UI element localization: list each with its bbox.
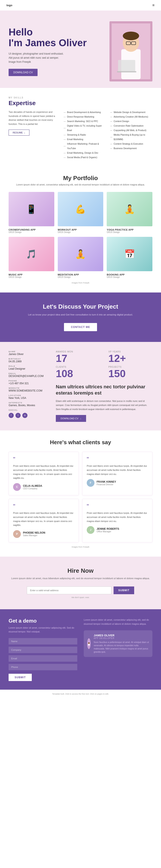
- demo-company-input[interactable]: [8, 647, 77, 653]
- number-value: 108: [56, 368, 100, 379]
- resume-button[interactable]: RESUME ↓: [8, 130, 29, 135]
- client-avatar: P: [13, 530, 21, 538]
- skill-item: Direct Response Marketing: [64, 115, 106, 119]
- stat-field: EMAIL DESIGNER@EXAMPLE.COM: [8, 372, 50, 378]
- social-icon-f[interactable]: f: [8, 413, 14, 418]
- client-testimonial-text: Proin sed libero enim sed faucibus turpi…: [87, 511, 148, 523]
- demo-form-panel: Get a demo Lorem ipsum dolor sit amet, c…: [8, 618, 77, 681]
- portfolio-thumb: 🧘: [107, 192, 153, 226]
- portfolio-item[interactable]: 📅 BOOKING APP UI/UX Design: [107, 237, 153, 278]
- contact-button[interactable]: CONTACT ME: [64, 323, 97, 331]
- demo-card-name: JAMES OLIVER: [94, 634, 149, 637]
- skill-item: Advertising Creative (All Mediums): [110, 115, 153, 119]
- demo-form: [8, 638, 77, 670]
- download-arrow-icon: ↓: [80, 417, 82, 420]
- stat-number-item: XP YEARS 12+: [108, 350, 153, 364]
- client-role: Financial Director: [97, 483, 116, 486]
- skill-item: Email Marketing, Design & Dev: [64, 151, 106, 155]
- hire-title: Hire Now: [8, 567, 153, 574]
- skill-item: Content Strategy & Execution: [110, 142, 153, 146]
- footer: Template built. Click to access the free…: [0, 690, 161, 698]
- stats-body: Etiam eliit velit scelerisque in dictum …: [56, 399, 153, 411]
- stats-download-button[interactable]: DOWNLOAD CV ↓: [56, 415, 86, 422]
- demo-card-text: Nunc faucibus a pellentesque sit amet. A…: [94, 641, 149, 653]
- portfolio-item-category: UI/UX Design: [8, 276, 54, 278]
- demo-phone-input[interactable]: [8, 664, 77, 670]
- demo-section: Get a demo Lorem ipsum dolor sit amet, c…: [0, 609, 161, 689]
- skills-description: Two decades of hands-on experience and h…: [8, 110, 59, 126]
- clients-title: Here's what clients say: [8, 439, 153, 446]
- portfolio-item-category: UI/UX Design: [58, 276, 103, 278]
- client-avatar: C: [13, 483, 21, 491]
- stat-field: PHONE +1/3 487 054 321: [8, 380, 50, 385]
- demo-right-text: Lorem ipsum dolor sit amet, consectetur …: [84, 618, 153, 626]
- numbers-grid: AWARDS WON 17XP YEARS 12+CLIENTS 108PROJ…: [56, 350, 153, 380]
- skill-item: Business Development: [110, 146, 153, 151]
- discuss-title: Let's Discuss Your Project: [8, 303, 153, 310]
- hire-submit-button[interactable]: SUBMIT: [114, 587, 134, 594]
- stat-label: EMAIL: [8, 372, 50, 375]
- social-label: SOCIAL: [8, 409, 50, 411]
- hamburger-icon[interactable]: ≡: [152, 3, 155, 7]
- skills-description-col: Two decades of hands-on experience and h…: [8, 110, 59, 160]
- stats-info-panel: NAME James OliverBIRTHDAY 04.05.1989ROLE…: [8, 350, 56, 422]
- svg-point-11: [88, 643, 90, 644]
- social-icon-t[interactable]: t: [15, 413, 21, 418]
- social-icon-in[interactable]: in: [22, 413, 28, 418]
- skills-title: Expertise: [8, 100, 153, 106]
- stats-numbers-panel: AWARDS WON 17XP YEARS 12+CLIENTS 108PROJ…: [56, 350, 153, 422]
- client-role: Sales Manager: [23, 534, 45, 537]
- skill-item: Email Marketing: [64, 137, 106, 142]
- portfolio-thumb: 📅: [107, 237, 153, 271]
- client-avatar: J: [87, 526, 94, 534]
- social-links: SOCIAL ftin: [8, 409, 50, 418]
- client-details: JENNIE ROBERTS Office Manager: [97, 527, 119, 533]
- client-name: PHOEBE NELSON: [23, 531, 45, 534]
- client-card: " Proin sed libero enim sed faucibus tur…: [82, 499, 153, 542]
- hire-description: Lorem ipsum dolor sit amet, risus bibend…: [8, 577, 153, 581]
- navbar: logo ≡: [0, 0, 161, 10]
- nav-logo: logo: [6, 4, 12, 7]
- stat-field: ROLE Lead Designer: [8, 365, 50, 370]
- portfolio-item[interactable]: 🧘 MEDITATION APP UI/UX Design: [58, 237, 103, 278]
- demo-submit-button[interactable]: SUBMIT: [8, 674, 32, 681]
- client-card: " Proin sed libero enim sed faucibus tur…: [8, 452, 79, 495]
- demo-profile-card: JAMES OLIVER APP DEVELOPER Nunc faucibus…: [84, 630, 153, 657]
- stat-label: BIRTHDAY: [8, 358, 50, 360]
- stat-label: NAME: [8, 350, 50, 353]
- portfolio-item-name: BOOKING APP: [107, 273, 153, 276]
- portfolio-thumb: 🧘: [58, 237, 103, 271]
- quote-icon: ": [87, 456, 148, 462]
- client-details: FRANK KINNEY Financial Director: [97, 480, 116, 486]
- portfolio-item[interactable]: 🎵 MUSIC APP UI/UX Design: [8, 237, 54, 278]
- portfolio-title: My Portfolio: [8, 175, 153, 182]
- stat-field: NAME James Oliver: [8, 350, 50, 356]
- svg-point-12: [88, 644, 90, 646]
- clients-grid: " Proin sed libero enim sed faucibus tur…: [8, 452, 153, 542]
- stat-value: Lead Designer: [8, 367, 50, 370]
- stat-value: WWW.SOMEWEBSITE.COM: [8, 389, 50, 392]
- quote-icon: ": [87, 503, 148, 509]
- portfolio-section: My Portfolio Lorem ipsum dolor sit amet,…: [0, 166, 161, 292]
- client-role: CEO Company: [23, 487, 42, 490]
- demo-form-row: [8, 647, 77, 653]
- download-icon: ↓: [24, 131, 25, 134]
- portfolio-thumb: 📱: [8, 192, 54, 226]
- portfolio-item[interactable]: 💪 WORKOUT APP UI/UX Design: [58, 192, 103, 234]
- demo-email-input[interactable]: [8, 655, 77, 662]
- stat-value: New York, USA: [8, 397, 50, 400]
- stat-field: INTERESTS Games, Books, Movies: [8, 402, 50, 407]
- portfolio-item[interactable]: 📱 CROWDFUNDING APP UI/UX Design: [8, 192, 54, 234]
- stat-field: LOCATION New York, USA: [8, 394, 50, 400]
- portfolio-item-name: MEDITATION APP: [58, 273, 103, 276]
- download-cv-button[interactable]: DOWNLOAD CV: [8, 69, 38, 76]
- portfolio-thumb: 🎵: [8, 237, 54, 271]
- demo-name-input[interactable]: [8, 638, 77, 645]
- stats-heading: Nam ultrices ultrices nec tortor pulvina…: [56, 384, 153, 396]
- stat-field: WEBSITE WWW.SOMEWEBSITE.COM: [8, 387, 50, 392]
- demo-info-panel: Lorem ipsum dolor sit amet, consectetur …: [84, 618, 153, 681]
- hire-email-input[interactable]: [27, 587, 111, 594]
- portfolio-item[interactable]: 🧘 YOGA PRACTICE APP UI/UX Design: [107, 192, 153, 234]
- portfolio-thumb: 💪: [58, 192, 103, 226]
- hero-image: [109, 21, 153, 82]
